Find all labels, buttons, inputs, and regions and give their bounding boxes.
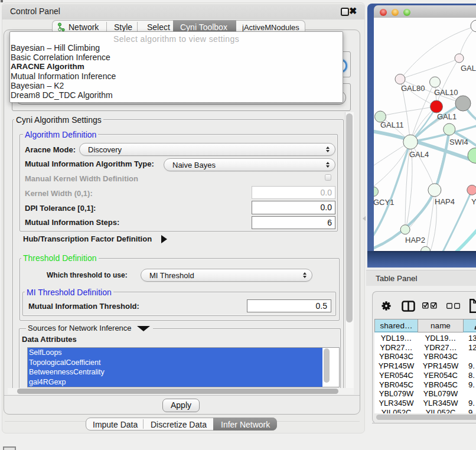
svg-text:HAP4: HAP4 — [435, 197, 455, 206]
svg-text:HAP2: HAP2 — [405, 236, 425, 244]
svg-text:GAL4: GAL4 — [409, 150, 429, 159]
svg-text:GCY1: GCY1 — [374, 198, 394, 207]
svg-text:Y: Y — [471, 197, 476, 206]
svg-text:SWI4: SWI4 — [449, 138, 468, 146]
svg-text:GAL: GAL — [461, 64, 476, 73]
svg-text:GAL1: GAL1 — [437, 112, 457, 121]
svg-text:GAL11: GAL11 — [380, 120, 404, 129]
svg-text:GAL10: GAL10 — [434, 88, 458, 97]
svg-text:GAL80: GAL80 — [401, 84, 425, 93]
